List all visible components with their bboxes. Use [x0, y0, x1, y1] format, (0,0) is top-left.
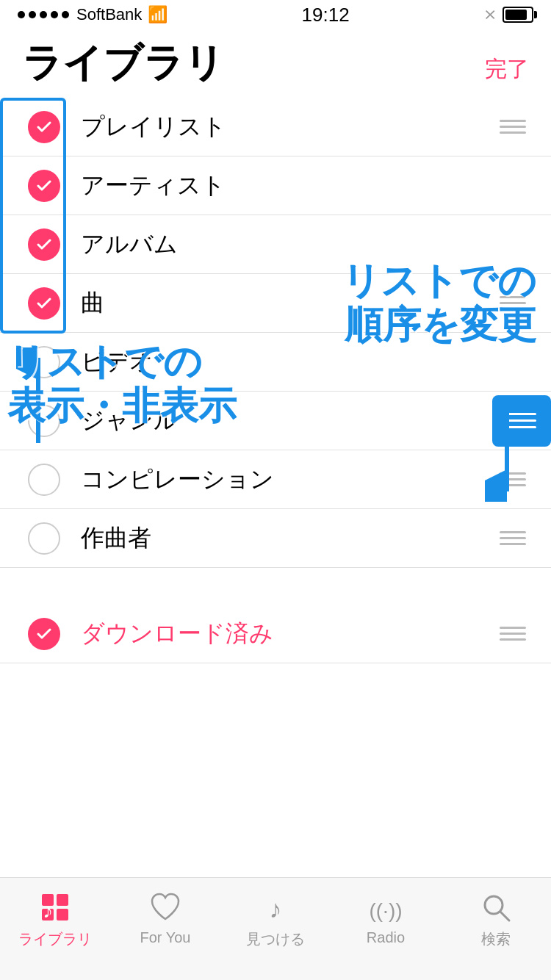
toggle-composer[interactable]: [22, 522, 66, 555]
tab-library[interactable]: ♪ ライブラリ: [0, 888, 110, 949]
list-item-downloaded[interactable]: ダウンロード済み: [0, 605, 551, 663]
toggle-compilation[interactable]: [22, 464, 66, 496]
check-playlist[interactable]: [28, 111, 60, 143]
signal-dots: [18, 11, 69, 18]
carrier-label: SoftBank: [76, 5, 142, 24]
toggle-downloaded[interactable]: [22, 618, 66, 650]
circle-genre[interactable]: [28, 405, 60, 437]
status-bar: SoftBank 📶 19:12 ⨯: [0, 0, 551, 29]
toggle-video[interactable]: [22, 346, 66, 378]
svg-rect-5: [57, 894, 68, 906]
list-item-genre[interactable]: ジャンル: [0, 392, 551, 450]
label-compilation: コンピレーション: [66, 464, 497, 496]
circle-composer[interactable]: [28, 522, 60, 555]
label-composer: 作曲者: [66, 522, 497, 555]
label-playlist: プレイリスト: [66, 111, 497, 143]
circle-video[interactable]: [28, 346, 60, 378]
tab-radio-label: Radio: [367, 929, 405, 946]
list-item-spacer: [0, 568, 551, 605]
list-item-album[interactable]: アルバム: [0, 215, 551, 274]
tab-foryou-label: For You: [140, 929, 191, 946]
wifi-icon: 📶: [148, 5, 168, 24]
drag-handle-song[interactable]: [497, 296, 529, 310]
check-song[interactable]: [28, 287, 60, 320]
drag-handle-playlist[interactable]: [497, 120, 529, 134]
toggle-genre[interactable]: [22, 405, 66, 437]
label-artist: アーティスト: [66, 170, 529, 202]
toggle-playlist[interactable]: [22, 111, 66, 143]
drag-handle-downloaded[interactable]: [497, 627, 529, 641]
toggle-artist[interactable]: [22, 170, 66, 202]
music-note-icon: ♪: [256, 888, 295, 926]
svg-line-12: [500, 912, 509, 920]
heart-icon: [146, 888, 184, 926]
label-video: ビデオ: [66, 346, 529, 378]
label-downloaded: ダウンロード済み: [66, 618, 497, 650]
list-item-song[interactable]: 曲: [0, 274, 551, 333]
tab-search[interactable]: 検索: [441, 888, 551, 949]
circle-compilation[interactable]: [28, 464, 60, 496]
done-button[interactable]: 完了: [485, 54, 529, 90]
status-left: SoftBank 📶: [18, 5, 168, 24]
check-album[interactable]: [28, 228, 60, 261]
bluetooth-icon: ⨯: [483, 5, 497, 24]
svg-text:♪: ♪: [43, 899, 53, 922]
svg-rect-7: [57, 909, 68, 920]
toggle-song[interactable]: [22, 287, 66, 320]
header: ライブラリ 完了: [0, 29, 551, 98]
list-item-playlist[interactable]: プレイリスト: [0, 98, 551, 156]
time-display: 19:12: [302, 4, 350, 26]
library-list: プレイリスト アーティスト アルバム: [0, 98, 551, 663]
list-item-video[interactable]: ビデオ: [0, 333, 551, 392]
check-downloaded[interactable]: [28, 618, 60, 650]
list-item-compilation[interactable]: コンピレーション: [0, 450, 551, 509]
svg-text:♪: ♪: [270, 895, 282, 923]
tab-bar: ♪ ライブラリ For You ♪ 見つける ((·)) Radio: [0, 877, 551, 980]
radio-icon: ((·)): [367, 888, 405, 926]
tab-radio[interactable]: ((·)) Radio: [331, 888, 441, 946]
toggle-album[interactable]: [22, 228, 66, 261]
status-right: ⨯: [483, 5, 533, 24]
battery-icon: [503, 7, 533, 23]
list-item-artist[interactable]: アーティスト: [0, 156, 551, 215]
label-album: アルバム: [66, 228, 529, 261]
tab-foryou[interactable]: For You: [110, 888, 220, 946]
tab-browse[interactable]: ♪ 見つける: [220, 888, 331, 949]
tab-browse-label: 見つける: [246, 929, 305, 949]
drag-handle-compilation[interactable]: [497, 472, 529, 486]
list-item-composer[interactable]: 作曲者: [0, 509, 551, 568]
label-genre: ジャンル: [66, 405, 492, 437]
tab-search-label: 検索: [481, 929, 511, 949]
page-title: ライブラリ: [22, 37, 224, 90]
library-icon: ♪: [36, 888, 74, 926]
check-artist[interactable]: [28, 170, 60, 202]
drag-handle-composer[interactable]: [497, 531, 529, 545]
tab-library-label: ライブラリ: [18, 929, 92, 949]
drag-handle-genre-highlighted[interactable]: [492, 395, 551, 447]
svg-text:((·)): ((·)): [370, 899, 402, 922]
search-icon: [477, 888, 515, 926]
label-song: 曲: [66, 287, 497, 320]
